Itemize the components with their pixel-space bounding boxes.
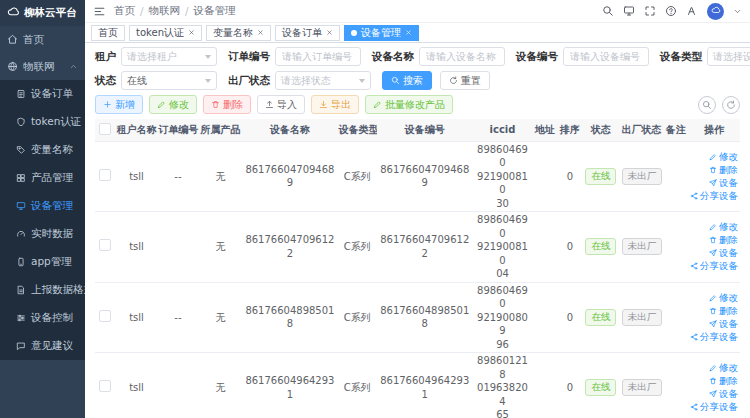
row-action-delete[interactable]: 删除: [709, 234, 738, 246]
row-action-share[interactable]: 分享设备: [690, 331, 738, 343]
filter-order-no-input[interactable]: [275, 47, 361, 66]
close-icon: [326, 29, 333, 36]
brand-title: 柳林云平台: [24, 6, 77, 20]
close-icon[interactable]: [326, 29, 333, 36]
filter-status-select[interactable]: 在线: [121, 71, 217, 90]
button-label: 导出: [331, 98, 351, 112]
sidebar-item-token-auth[interactable]: token认证: [0, 108, 85, 136]
sidebar-item-app-mgmt[interactable]: app管理: [0, 248, 85, 276]
cell-iccid: 898604690 921900810 04: [472, 212, 532, 283]
row-action-label: 修改: [719, 151, 738, 163]
filter-device-type-select[interactable]: 请选择设备类型: [707, 47, 750, 66]
status-badge: 在线: [585, 168, 616, 185]
row-action-share[interactable]: 分享设备: [690, 401, 738, 413]
delete-button[interactable]: 删除: [203, 95, 251, 114]
refresh-table-button[interactable]: [722, 96, 740, 114]
sidebar-item-variable-name[interactable]: 变量名称: [0, 136, 85, 164]
sidebar-toggle-button[interactable]: [93, 5, 106, 18]
row-checkbox[interactable]: [99, 310, 111, 322]
row-action-device[interactable]: 设备: [709, 318, 738, 330]
logo[interactable]: 柳林云平台: [0, 0, 85, 26]
tab-home[interactable]: 首页: [91, 25, 125, 41]
breadcrumb: 首页/物联网/设备管理: [114, 4, 236, 18]
row-action-edit[interactable]: 修改: [709, 362, 738, 374]
row-action-device[interactable]: 设备: [709, 247, 738, 259]
cell-product: 无: [199, 353, 243, 418]
row-action-delete[interactable]: 删除: [709, 164, 738, 176]
cell-remark: [663, 141, 688, 212]
close-icon[interactable]: [257, 29, 264, 36]
row-action-share[interactable]: 分享设备: [690, 260, 738, 272]
row-action-delete[interactable]: 删除: [709, 375, 738, 387]
tab-device-mgmt[interactable]: 设备管理: [344, 25, 419, 41]
layout-size-icon[interactable]: [623, 5, 635, 17]
reset-button[interactable]: 重置: [440, 71, 490, 90]
edit-button[interactable]: 修改: [149, 95, 197, 114]
factory-status-badge: 未出厂: [622, 238, 663, 255]
cell-status: 在线: [582, 141, 619, 212]
select-value: 请选择状态: [281, 74, 331, 88]
cloud-icon: [7, 5, 20, 18]
filter-device-name-input[interactable]: [419, 47, 505, 66]
cell-device_type: C系列: [338, 282, 377, 353]
sidebar-item-label: 设备管理: [31, 199, 73, 213]
filter-factory-status-select[interactable]: 请选择状态: [275, 71, 371, 90]
row-checkbox[interactable]: [99, 169, 111, 181]
header-search-icon[interactable]: [602, 5, 614, 17]
add-button[interactable]: 新增: [95, 95, 143, 114]
button-label: 新增: [115, 98, 135, 112]
avatar[interactable]: [707, 3, 724, 20]
cell-status: 在线: [582, 282, 619, 353]
cell-product: 无: [199, 212, 243, 283]
column-header-设备名称: 设备名称: [242, 119, 337, 141]
cell-order_no: --: [157, 282, 198, 353]
user-menu-caret-icon[interactable]: [733, 7, 742, 16]
delete-icon: [709, 377, 717, 385]
tab-token-auth[interactable]: token认证: [129, 25, 202, 41]
row-action-edit[interactable]: 修改: [709, 292, 738, 304]
row-action-device[interactable]: 设备: [709, 388, 738, 400]
row-checkbox[interactable]: [99, 239, 111, 251]
header-checkbox-cell: [95, 119, 116, 141]
batch-edit-button[interactable]: 批量修改产品: [365, 95, 453, 114]
sidebar-item-device-order[interactable]: 设备订单: [0, 80, 85, 108]
toggle-search-button[interactable]: [698, 96, 716, 114]
cell-iccid: 898604690 921900810 30: [472, 141, 532, 212]
row-action-edit[interactable]: 修改: [709, 221, 738, 233]
select-all-checkbox[interactable]: [99, 123, 111, 135]
sidebar-item-iot[interactable]: 物联网: [0, 53, 85, 80]
content: 租户请选择租户订单编号设备名称设备编号设备类型请选择设备类型 状态在线出厂状态请…: [85, 43, 750, 418]
sidebar-item-home[interactable]: 首页: [0, 26, 85, 53]
cell-factory_status: 未出厂: [620, 353, 664, 418]
row-action-device[interactable]: 设备: [709, 177, 738, 189]
sidebar-item-product-mgmt[interactable]: 产品管理: [0, 164, 85, 192]
sidebar-item-device-mgmt[interactable]: 设备管理: [0, 192, 85, 220]
tab-device-order[interactable]: 设备订单: [275, 25, 340, 41]
sidebar-item-realtime-data[interactable]: 实时数据: [0, 220, 85, 248]
sidebar-item-report-format[interactable]: 上报数据格式: [0, 276, 85, 304]
fullscreen-icon[interactable]: [644, 5, 656, 17]
row-action-share[interactable]: 分享设备: [690, 190, 738, 202]
row-action-edit[interactable]: 修改: [709, 151, 738, 163]
close-icon[interactable]: [405, 29, 412, 36]
help-icon[interactable]: [665, 5, 677, 17]
row-action-delete[interactable]: 删除: [709, 305, 738, 317]
close-icon[interactable]: [188, 29, 195, 36]
sidebar-item-feedback[interactable]: 意见建议: [0, 332, 85, 360]
breadcrumb-item[interactable]: 设备管理: [194, 4, 236, 18]
export-button[interactable]: 导出: [311, 95, 359, 114]
status-badge: 在线: [585, 309, 616, 326]
tab-variable-name[interactable]: 变量名称: [206, 25, 271, 41]
import-button[interactable]: 导入: [257, 95, 305, 114]
avatar-image: [711, 5, 721, 18]
sidebar-item-label: 变量名称: [31, 143, 73, 157]
breadcrumb-item[interactable]: 首页: [114, 4, 135, 18]
search-button[interactable]: 搜索: [382, 71, 432, 90]
breadcrumb-item[interactable]: 物联网: [149, 4, 181, 18]
font-size-icon[interactable]: [686, 5, 698, 17]
sidebar-item-device-control[interactable]: 设备控制: [0, 304, 85, 332]
row-checkbox[interactable]: [99, 380, 111, 392]
search-button-label: 搜索: [403, 74, 423, 88]
filter-device-no-input[interactable]: [563, 47, 649, 66]
filter-tenant-select[interactable]: 请选择租户: [121, 47, 217, 66]
